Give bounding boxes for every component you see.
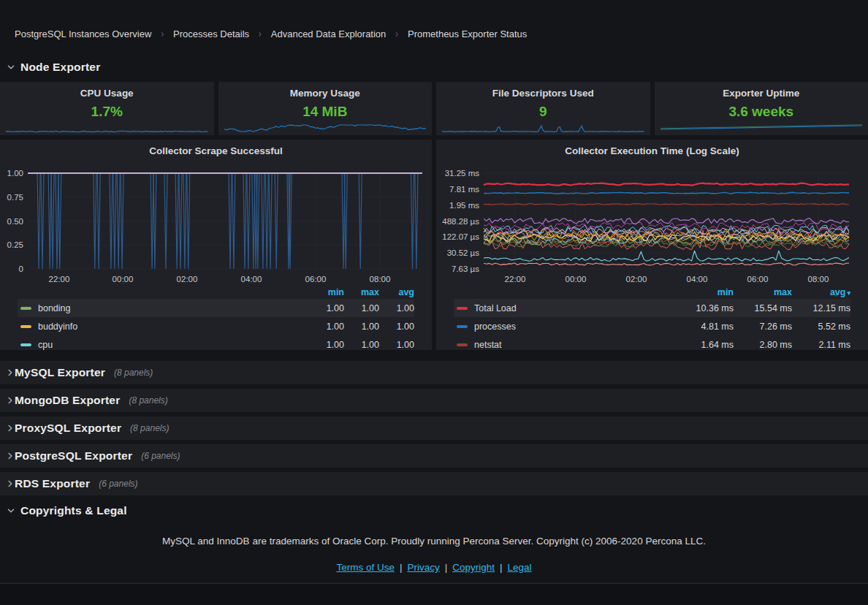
section-title: PostgreSQL Exporter (15, 449, 132, 463)
section-header-postgresql-exporter[interactable]: PostgreSQL Exporter(6 panels) (0, 444, 868, 468)
legend-series-label[interactable]: buddyinfo (38, 321, 77, 332)
breadcrumb-item[interactable]: PostgreSQL Instances Overview (15, 28, 151, 39)
stat-panel: File Descriptors Used9 (436, 82, 650, 135)
legend-value-avg: 1.00 (379, 303, 414, 313)
charts-row: Collector Scrape Successful 1.000.750.50… (0, 140, 868, 350)
scrape-chart-legend: minmaxavgbonding1.001.001.00buddyinfo1.0… (0, 286, 432, 350)
legend-value-min: 10.36 ms (675, 303, 734, 313)
legend-column-min[interactable]: min (675, 287, 734, 297)
svg-text:7.63 µs: 7.63 µs (452, 265, 479, 273)
svg-text:02:00: 02:00 (626, 275, 647, 284)
svg-text:04:00: 04:00 (241, 275, 262, 284)
stat-panel-title[interactable]: Exporter Uptime (655, 82, 868, 99)
chevron-right-icon (6, 479, 15, 488)
legend-series-label[interactable]: processes (474, 321, 516, 332)
stat-panel-title[interactable]: CPU Usage (0, 82, 214, 99)
legend-value-avg: 2.11 ms (792, 340, 850, 350)
footer-links: Terms of Use|Privacy|Copyright|Legal (0, 562, 868, 573)
stat-panel: Exporter Uptime3.6 weeks (655, 82, 868, 135)
stat-panel-title[interactable]: File Descriptors Used (436, 82, 650, 99)
section-title: RDS Exporter (15, 477, 90, 490)
legend-value-avg: 12.15 ms (792, 303, 850, 313)
legend-column-min[interactable]: min (309, 287, 344, 297)
panel-title[interactable]: Collector Execution Time (Log Scale) (436, 140, 868, 160)
legend-series-label[interactable]: bonding (38, 303, 71, 313)
svg-text:22:00: 22:00 (505, 275, 526, 284)
svg-text:7.81 ms: 7.81 ms (449, 185, 479, 194)
chevron-down-icon (6, 506, 16, 516)
legend-header: minmaxavg▾ (454, 286, 850, 299)
svg-text:08:00: 08:00 (370, 275, 391, 284)
svg-text:00:00: 00:00 (113, 275, 134, 284)
footer-link[interactable]: Legal (508, 562, 532, 573)
section-header-proxysql-exporter[interactable]: ProxySQL Exporter(8 panels) (0, 416, 868, 440)
trademark-text: MySQL and InnoDB are trademarks of Oracl… (0, 536, 868, 547)
legend-row: netstat1.64 ms2.80 ms2.11 ms (454, 335, 850, 350)
legend-row: buddyinfo1.001.001.00 (18, 317, 414, 335)
svg-text:1.95 ms: 1.95 ms (449, 201, 479, 210)
legend-column-avg[interactable]: avg (379, 287, 414, 297)
breadcrumb-separator: › (161, 28, 164, 39)
legend-series-label[interactable]: Total Load (474, 303, 517, 313)
svg-text:30.52 µs: 30.52 µs (447, 248, 480, 257)
stat-value: 14 MiB (218, 104, 433, 120)
legend-value-avg: 1.00 (379, 321, 414, 332)
section-panels-count: (8 panels) (130, 423, 169, 433)
legend-series-label[interactable]: netstat (474, 340, 502, 350)
footer-link-separator: | (500, 562, 503, 573)
section-header-copyrights-legal[interactable]: Copyrights & Legal (0, 502, 868, 520)
legend-value-max: 15.54 ms (734, 303, 792, 313)
breadcrumb-separator: › (395, 28, 398, 39)
panel-collector-execution-time: Collector Execution Time (Log Scale) 31.… (436, 140, 868, 350)
legend-value-min: 1.00 (309, 303, 344, 313)
breadcrumb-item[interactable]: Advanced Data Exploration (271, 28, 387, 39)
footer-link[interactable]: Copyright (452, 562, 495, 573)
footer-link-separator: | (445, 562, 448, 573)
legend-series-label[interactable]: cpu (38, 340, 53, 350)
series-color-swatch (457, 307, 468, 310)
section-header-rds-exporter[interactable]: RDS Exporter(6 panels) (0, 472, 868, 495)
execution-chart-plot[interactable]: 31.25 ms7.81 ms1.95 ms488.28 µs122.07 µs… (436, 160, 868, 286)
legend-column-avg[interactable]: avg▾ (792, 287, 850, 297)
svg-text:0: 0 (19, 265, 23, 273)
stat-value: 1.7% (0, 104, 214, 120)
panel-collector-scrape-successful: Collector Scrape Successful 1.000.750.50… (0, 140, 432, 350)
legend-column-max[interactable]: max (344, 287, 379, 297)
legend-value-max: 1.00 (344, 303, 379, 313)
footer-link[interactable]: Privacy (407, 562, 439, 573)
legend-header: minmaxavg (18, 286, 414, 299)
legend-value-min: 1.64 ms (675, 340, 734, 350)
section-panels-count: (8 panels) (129, 395, 167, 406)
svg-text:00:00: 00:00 (566, 275, 587, 284)
legend-column-max[interactable]: max (734, 287, 792, 297)
legend-value-avg: 5.52 ms (792, 321, 850, 332)
svg-text:1.00: 1.00 (7, 169, 23, 178)
section-panels-count: (8 panels) (114, 368, 153, 378)
stat-panel-title[interactable]: Memory Usage (218, 82, 433, 99)
legend-value-min: 1.00 (309, 340, 344, 350)
stat-value: 9 (436, 104, 650, 120)
section-title: ProxySQL Exporter (15, 422, 121, 435)
series-color-swatch (20, 325, 31, 328)
section-header-node-exporter[interactable]: Node Exporter (0, 59, 868, 75)
legend-row: Total Load10.36 ms15.54 ms12.15 ms (454, 299, 850, 317)
legend-value-min: 4.81 ms (675, 321, 734, 332)
breadcrumb-item[interactable]: Processes Details (173, 28, 249, 39)
section-header-mysql-exporter[interactable]: MySQL Exporter(8 panels) (0, 361, 868, 384)
footer-link[interactable]: Terms of Use (336, 562, 395, 573)
svg-text:0.75: 0.75 (7, 193, 23, 202)
legend-value-min: 1.00 (309, 321, 344, 332)
legend-value-max: 2.80 ms (734, 340, 792, 350)
section-title: Copyrights & Legal (20, 504, 127, 517)
panel-title[interactable]: Collector Scrape Successful (0, 140, 432, 160)
breadcrumb-item[interactable]: Prometheus Exporter Status (408, 28, 527, 39)
stat-panel: CPU Usage1.7% (0, 82, 214, 135)
breadcrumb: PostgreSQL Instances Overview›Processes … (0, 0, 868, 41)
legend-value-max: 7.26 ms (734, 321, 792, 332)
scrape-chart-plot[interactable]: 1.000.750.500.25022:0000:0002:0004:0006:… (0, 160, 432, 286)
section-panels-count: (6 panels) (99, 479, 137, 489)
stat-value: 3.6 weeks (655, 104, 868, 120)
stats-row: CPU Usage1.7%Memory Usage14 MiBFile Desc… (0, 82, 868, 135)
execution-chart-legend: minmaxavg▾Total Load10.36 ms15.54 ms12.1… (436, 286, 868, 350)
section-header-mongodb-exporter[interactable]: MongoDB Exporter(8 panels) (0, 389, 868, 412)
